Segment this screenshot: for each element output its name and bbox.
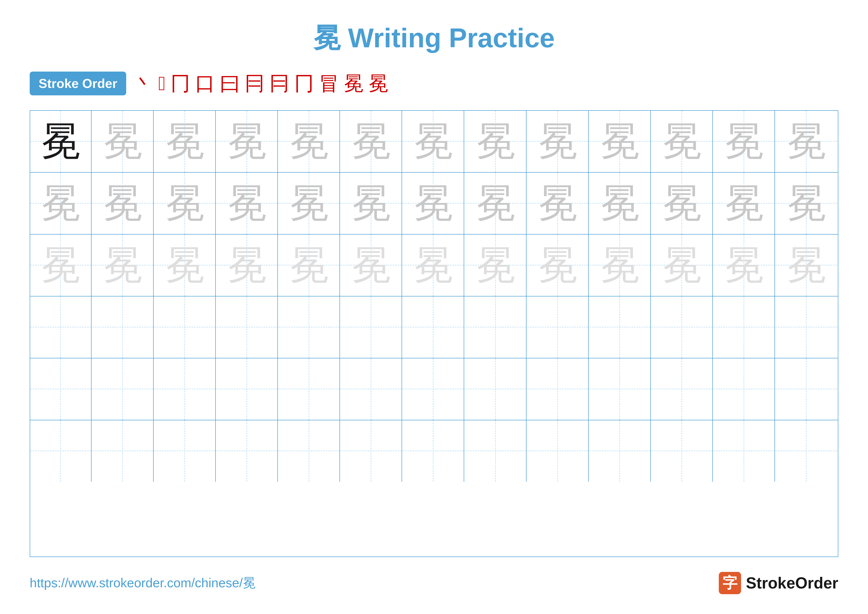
cell-5-2[interactable] [92, 358, 153, 420]
stroke-1: 丶 [133, 73, 153, 93]
cell-6-8[interactable] [465, 420, 527, 482]
cell-1-6: 冕 [341, 111, 402, 172]
cell-1-10: 冕 [589, 111, 651, 172]
stroke-4: 口 [195, 73, 215, 93]
cell-5-10[interactable] [589, 358, 651, 420]
cell-6-12[interactable] [714, 420, 775, 482]
cell-3-1: 冕 [30, 235, 91, 296]
cell-6-10[interactable] [589, 420, 651, 482]
logo-text: StrokeOrder [746, 574, 838, 592]
cell-6-7[interactable] [403, 420, 464, 482]
stroke-9: 冒 [319, 73, 339, 93]
cell-1-3: 冕 [154, 111, 216, 172]
cell-3-7: 冕 [403, 235, 464, 296]
cell-5-13[interactable] [776, 358, 837, 420]
cell-1-4: 冕 [217, 111, 278, 172]
cell-2-3: 冕 [154, 173, 216, 234]
stroke-3: 冂 [170, 73, 190, 93]
cell-4-2[interactable] [92, 297, 153, 358]
cell-4-8[interactable] [465, 297, 527, 358]
cell-4-7[interactable] [403, 297, 464, 358]
cell-6-3[interactable] [154, 420, 216, 482]
cell-6-2[interactable] [92, 420, 153, 482]
title-text: Writing Practice [348, 23, 555, 53]
cell-4-1[interactable] [30, 297, 91, 358]
cell-2-1: 冕 [30, 173, 91, 234]
cell-5-8[interactable] [465, 358, 527, 420]
cell-4-5[interactable] [279, 297, 340, 358]
cell-1-7: 冕 [403, 111, 464, 172]
cell-4-9[interactable] [527, 297, 589, 358]
cell-3-4: 冕 [217, 235, 278, 296]
page-title: 冕 Writing Practice [313, 20, 555, 57]
grid-row-3: 冕 冕 冕 冕 冕 冕 冕 冕 冕 冕 冕 冕 冕 [30, 235, 838, 297]
cell-4-12[interactable] [714, 297, 775, 358]
cell-3-2: 冕 [92, 235, 153, 296]
stroke-6: 冃 [245, 73, 265, 93]
cell-5-9[interactable] [527, 358, 589, 420]
cell-1-13: 冕 [776, 111, 837, 172]
cell-6-11[interactable] [651, 420, 713, 482]
cell-2-4: 冕 [217, 173, 278, 234]
cell-2-10: 冕 [589, 173, 651, 234]
stroke-5: 曰 [220, 73, 240, 93]
cell-3-6: 冕 [341, 235, 402, 296]
footer-logo: 字 StrokeOrder [719, 572, 838, 594]
cell-3-10: 冕 [589, 235, 651, 296]
cell-1-12: 冕 [714, 111, 775, 172]
stroke-sequence: 丶 𠃑 冂 口 曰 冃 冃 冂 冒 冕 冕 [133, 73, 388, 93]
cell-3-12: 冕 [714, 235, 775, 296]
cell-3-3: 冕 [154, 235, 216, 296]
cell-4-6[interactable] [341, 297, 402, 358]
cell-6-4[interactable] [217, 420, 278, 482]
cell-4-11[interactable] [651, 297, 713, 358]
cell-6-13[interactable] [776, 420, 837, 482]
stroke-10: 冕 [344, 73, 363, 93]
cell-3-9: 冕 [527, 235, 589, 296]
cell-5-6[interactable] [341, 358, 402, 420]
grid-row-6 [30, 420, 838, 482]
cell-5-1[interactable] [30, 358, 91, 420]
cell-5-4[interactable] [217, 358, 278, 420]
cell-5-11[interactable] [651, 358, 713, 420]
cell-4-10[interactable] [589, 297, 651, 358]
cell-6-6[interactable] [341, 420, 402, 482]
cell-5-7[interactable] [403, 358, 464, 420]
cell-4-4[interactable] [217, 297, 278, 358]
cell-1-5: 冕 [279, 111, 340, 172]
cell-2-8: 冕 [465, 173, 527, 234]
cell-3-8: 冕 [465, 235, 527, 296]
stroke-8: 冂 [294, 73, 314, 93]
grid-row-5 [30, 358, 838, 420]
cell-6-9[interactable] [527, 420, 589, 482]
cell-1-11: 冕 [651, 111, 713, 172]
footer: https://www.strokeorder.com/chinese/冕 字 … [30, 572, 838, 594]
cell-2-5: 冕 [279, 173, 340, 234]
cell-6-5[interactable] [279, 420, 340, 482]
cell-4-13[interactable] [776, 297, 837, 358]
cell-5-5[interactable] [279, 358, 340, 420]
cell-3-11: 冕 [651, 235, 713, 296]
page: 冕 Writing Practice Stroke Order 丶 𠃑 冂 口 … [0, 0, 868, 614]
grid-row-4 [30, 297, 838, 358]
stroke-order-badge: Stroke Order [30, 72, 126, 95]
stroke-7: 冃 [270, 73, 289, 93]
cell-2-7: 冕 [403, 173, 464, 234]
practice-grid: 冕 冕 冕 冕 冕 冕 冕 冕 冕 冕 冕 冕 冕 冕 冕 冕 冕 冕 冕 冕 … [30, 110, 838, 557]
cell-2-12: 冕 [714, 173, 775, 234]
cell-2-11: 冕 [651, 173, 713, 234]
cell-1-1: 冕 [30, 111, 91, 172]
stroke-11: 冕 [369, 73, 388, 93]
cell-2-6: 冕 [341, 173, 402, 234]
title-char: 冕 [313, 23, 341, 53]
cell-2-13: 冕 [776, 173, 837, 234]
cell-4-3[interactable] [154, 297, 216, 358]
cell-1-2: 冕 [92, 111, 153, 172]
stroke-2: 𠃑 [158, 73, 166, 93]
cell-5-3[interactable] [154, 358, 216, 420]
cell-3-13: 冕 [776, 235, 837, 296]
cell-5-12[interactable] [714, 358, 775, 420]
cell-2-2: 冕 [92, 173, 153, 234]
footer-url: https://www.strokeorder.com/chinese/冕 [30, 574, 256, 592]
cell-6-1[interactable] [30, 420, 91, 482]
